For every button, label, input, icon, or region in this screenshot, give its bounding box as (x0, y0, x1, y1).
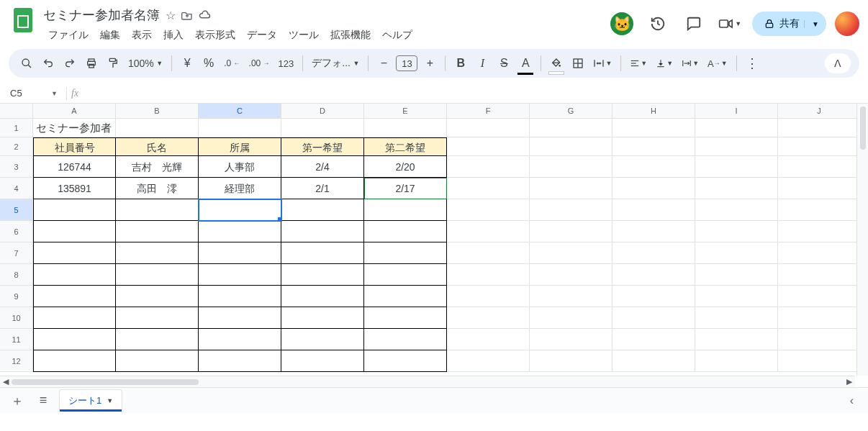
cell[interactable] (695, 264, 778, 286)
cell[interactable] (281, 286, 364, 307)
cell[interactable] (447, 156, 530, 178)
cell[interactable] (530, 242, 612, 264)
row-header[interactable]: 9 (0, 286, 33, 307)
cell[interactable] (530, 178, 612, 199)
cell[interactable] (447, 286, 530, 307)
cell[interactable] (199, 264, 281, 286)
column-header[interactable]: H (612, 104, 695, 119)
cell[interactable] (116, 350, 199, 372)
cell[interactable] (33, 307, 116, 329)
cell[interactable] (447, 221, 530, 242)
cell[interactable] (447, 350, 530, 372)
cell[interactable] (695, 242, 778, 264)
cell[interactable] (695, 221, 778, 242)
cell[interactable] (530, 350, 612, 372)
cell[interactable] (778, 119, 861, 137)
cell[interactable] (33, 199, 116, 221)
star-icon[interactable]: ☆ (166, 9, 176, 22)
cell[interactable] (447, 119, 530, 137)
redo-icon[interactable] (60, 53, 79, 73)
cell[interactable] (447, 199, 530, 221)
cell[interactable] (695, 178, 778, 199)
cell[interactable]: 吉村 光輝 (116, 156, 199, 178)
borders-button[interactable] (569, 53, 587, 73)
cell[interactable]: セミナー参加者 (33, 119, 116, 137)
cell[interactable] (116, 329, 199, 350)
cell[interactable] (530, 221, 612, 242)
cell[interactable]: 所属 (199, 137, 281, 156)
scroll-left-icon[interactable]: ◀ (0, 377, 12, 386)
row-header[interactable]: 7 (0, 242, 33, 264)
formula-input[interactable] (78, 88, 868, 99)
share-button[interactable]: 共有 ▼ (752, 12, 826, 36)
cell[interactable] (281, 350, 364, 372)
row-header[interactable]: 10 (0, 307, 33, 329)
cell[interactable] (116, 199, 199, 221)
cell[interactable] (778, 221, 861, 242)
cell[interactable]: 人事部 (199, 156, 281, 178)
cell[interactable] (364, 286, 447, 307)
percent-button[interactable]: % (199, 53, 218, 73)
sheet-tab-1[interactable]: シート1 ▼ (59, 389, 122, 412)
menu-view[interactable]: 表示 (127, 26, 157, 45)
cell[interactable] (612, 329, 695, 350)
cell[interactable] (612, 242, 695, 264)
cell[interactable] (778, 178, 861, 199)
cell[interactable] (695, 119, 778, 137)
row-header[interactable]: 6 (0, 221, 33, 242)
column-header[interactable]: C (199, 104, 281, 119)
history-icon[interactable] (644, 10, 672, 37)
row-header[interactable]: 5 (0, 199, 33, 221)
cell[interactable] (364, 264, 447, 286)
cell[interactable] (695, 329, 778, 350)
merge-button[interactable]: ▼ (590, 53, 615, 73)
menu-data[interactable]: データ (242, 26, 282, 45)
bold-button[interactable]: B (451, 53, 470, 73)
cell[interactable] (281, 329, 364, 350)
cell[interactable] (530, 286, 612, 307)
column-header[interactable]: J (778, 104, 861, 119)
cell[interactable] (778, 286, 861, 307)
scroll-right-icon[interactable]: ▶ (844, 377, 855, 386)
column-header[interactable]: I (695, 104, 778, 119)
cell[interactable] (199, 119, 281, 137)
fontsize-decrease[interactable]: − (374, 53, 393, 73)
cell[interactable] (364, 350, 447, 372)
cell[interactable] (447, 242, 530, 264)
text-color-button[interactable]: A (516, 53, 535, 73)
share-caret-icon[interactable]: ▼ (804, 20, 819, 28)
all-sheets-icon[interactable]: ≡ (33, 391, 53, 411)
cell[interactable] (447, 264, 530, 286)
cell[interactable] (530, 264, 612, 286)
decrease-decimal-button[interactable]: .0 ← (221, 53, 243, 73)
horizontal-scrollbar[interactable]: ◀ ▶ (0, 376, 855, 387)
paint-format-icon[interactable] (104, 53, 122, 73)
cell[interactable]: 氏名 (116, 137, 199, 156)
number-format-button[interactable]: 123 (276, 53, 297, 73)
cell[interactable] (695, 307, 778, 329)
cell[interactable] (695, 156, 778, 178)
cell[interactable]: 高田 澪 (116, 178, 199, 199)
menu-help[interactable]: ヘルプ (377, 26, 417, 45)
select-all-corner[interactable] (0, 104, 33, 119)
cell[interactable] (281, 264, 364, 286)
cell[interactable] (33, 350, 116, 372)
cell[interactable]: 2/20 (364, 156, 447, 178)
fontsize-increase[interactable]: + (420, 53, 439, 73)
cell[interactable] (695, 286, 778, 307)
fill-color-button[interactable] (547, 53, 566, 73)
cloud-status-icon[interactable] (199, 10, 212, 20)
sheets-logo[interactable] (9, 6, 37, 35)
cell[interactable] (447, 137, 530, 156)
print-icon[interactable] (82, 53, 101, 73)
menu-file[interactable]: ファイル (43, 26, 94, 45)
cell[interactable] (530, 156, 612, 178)
menu-tools[interactable]: ツール (284, 26, 324, 45)
cell[interactable] (612, 137, 695, 156)
menu-edit[interactable]: 編集 (95, 26, 125, 45)
cell[interactable] (281, 307, 364, 329)
cell[interactable] (364, 119, 447, 137)
font-select[interactable]: デフォ... ▼ (309, 53, 362, 73)
wrap-button[interactable]: ▼ (679, 53, 702, 73)
move-icon[interactable] (181, 10, 193, 20)
